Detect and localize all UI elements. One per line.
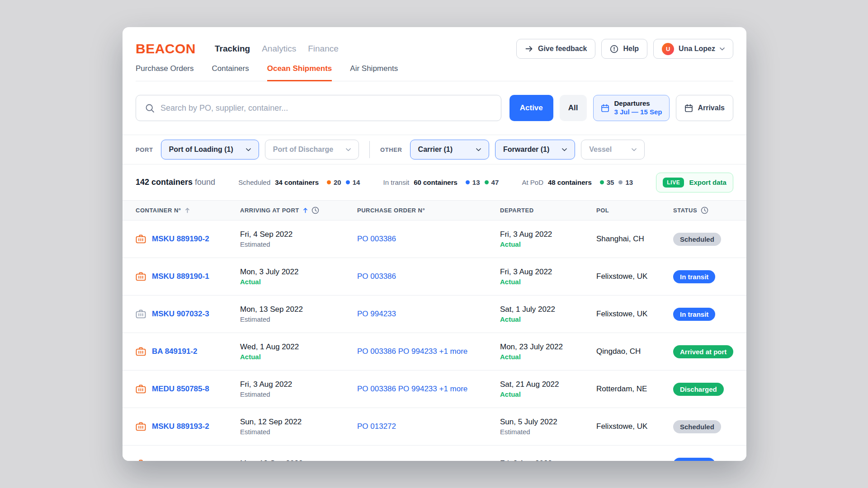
container-link[interactable]: MSKU 889150-2 xyxy=(152,460,209,461)
departed-cell: Sat, 21 Aug 2022 Actual xyxy=(500,380,596,398)
arrivals-button[interactable]: Arrivals xyxy=(676,95,733,121)
column-purchase-order[interactable]: PURCHASE ORDER N° xyxy=(357,207,500,214)
container-link[interactable]: MSKU 907032-3 xyxy=(152,310,209,319)
carrier-filter[interactable]: Carrier (1) xyxy=(410,140,489,160)
container-link[interactable]: MEDU 850785-8 xyxy=(152,385,209,394)
po-cell: PO 013272 xyxy=(357,422,500,431)
export-data-label: Export data xyxy=(689,178,726,186)
departed-date: Fri, 3 Aug 2022 xyxy=(500,459,596,461)
container-link[interactable]: MSKU 889193-2 xyxy=(152,422,209,431)
top-nav-analytics[interactable]: Analytics xyxy=(262,44,296,54)
table-row[interactable]: BA 849191-2 Wed, 1 Aug 2022 Actual PO 00… xyxy=(123,333,746,371)
port-of-loading-label: Port of Loading (1) xyxy=(169,145,233,154)
summary-bar: 142 containers found Scheduled 34 contai… xyxy=(123,164,746,201)
table-row[interactable]: MSKU 889150-2 Mon, 13 Sep 2022 PO 003386… xyxy=(123,446,746,461)
port-filters-label: PORT xyxy=(136,146,153,153)
departed-date: Mon, 23 July 2022 xyxy=(500,343,596,352)
filter-all-button[interactable]: All xyxy=(560,95,587,121)
forwarder-filter[interactable]: Forwarder (1) xyxy=(495,140,575,160)
help-icon xyxy=(610,45,618,53)
arriving-date: Wed, 1 Aug 2022 xyxy=(240,343,357,352)
po-link[interactable]: PO 003386 xyxy=(357,235,396,243)
container-link[interactable]: MSKU 889190-1 xyxy=(152,272,209,281)
table-row[interactable]: MSKU 889190-1 Mon, 3 July 2022 Actual PO… xyxy=(123,258,746,296)
table-row[interactable]: MSKU 889193-2 Sun, 12 Sep 2022 Estimated… xyxy=(123,408,746,446)
po-link[interactable]: PO 003386 PO 994233 +1 more xyxy=(357,385,467,393)
status-cell: In transit xyxy=(673,270,733,283)
stat-at-pod: At PoD 48 containers 35 13 xyxy=(522,178,633,186)
help-button[interactable]: Help xyxy=(601,39,647,59)
table-row[interactable]: MSKU 889190-2 Fri, 4 Sep 2022 Estimated … xyxy=(123,221,746,258)
column-status[interactable]: STATUS xyxy=(673,206,733,214)
chevron-down-icon xyxy=(562,148,567,151)
po-link[interactable]: PO 003386 xyxy=(357,272,396,281)
departed-date: Sat, 1 July 2022 xyxy=(500,305,596,314)
export-data-button[interactable]: LIVE Export data xyxy=(656,173,733,192)
arriving-cell: Sun, 12 Sep 2022 Estimated xyxy=(240,418,357,436)
tab-purchase-orders[interactable]: Purchase Orders xyxy=(136,64,194,81)
status-badge: In transit xyxy=(673,270,715,283)
tab-containers[interactable]: Containers xyxy=(212,64,249,81)
header: BEACON Tracking Analytics Finance Give f… xyxy=(123,27,746,81)
container-link[interactable]: BA 849191-2 xyxy=(152,347,198,356)
search-box xyxy=(136,95,501,121)
pol-cell: Felixstowe, UK xyxy=(596,422,673,431)
carrier-label: Carrier (1) xyxy=(418,145,453,154)
status-badge: Arrived at port xyxy=(673,345,733,358)
arrivals-label: Arrivals xyxy=(698,104,725,112)
departed-kind: Actual xyxy=(500,240,596,248)
po-cell: PO 003386 PO 994233 +1 more xyxy=(357,385,500,394)
po-link[interactable]: PO 003386 PO 994233 +1 more xyxy=(357,347,467,356)
status-badge: In transit xyxy=(673,308,715,321)
po-link[interactable]: PO 013272 xyxy=(357,422,396,431)
container-link[interactable]: MSKU 889190-2 xyxy=(152,235,209,244)
column-arriving-at-port[interactable]: ARRIVING AT PORT xyxy=(240,206,357,214)
container-icon xyxy=(136,310,146,319)
clock-icon xyxy=(701,206,708,214)
top-nav-finance[interactable]: Finance xyxy=(308,44,339,54)
table-row[interactable]: MSKU 907032-3 Mon, 13 Sep 2022 Estimated… xyxy=(123,296,746,333)
column-pol[interactable]: POL xyxy=(596,207,673,214)
departures-button[interactable]: Departures 3 Jul — 15 Sep xyxy=(593,95,670,121)
tab-air-shipments[interactable]: Air Shipments xyxy=(350,64,398,81)
arriving-date: Sun, 12 Sep 2022 xyxy=(240,418,357,427)
live-badge: LIVE xyxy=(663,178,684,188)
table-row[interactable]: MEDU 850785-8 Fri, 3 Aug 2022 Estimated … xyxy=(123,371,746,408)
arriving-cell: Fri, 3 Aug 2022 Estimated xyxy=(240,380,357,398)
tab-ocean-shipments[interactable]: Ocean Shipments xyxy=(267,64,332,81)
port-of-loading-filter[interactable]: Port of Loading (1) xyxy=(161,140,259,160)
user-menu-button[interactable]: U Una Lopez xyxy=(653,39,733,59)
arriving-date: Mon, 13 Sep 2022 xyxy=(240,305,357,314)
user-name: Una Lopez xyxy=(679,45,715,53)
po-link[interactable]: PO 994233 xyxy=(357,310,396,318)
arriving-date: Mon, 13 Sep 2022 xyxy=(240,459,357,461)
search-input[interactable] xyxy=(160,103,492,113)
chevron-down-icon xyxy=(476,148,481,151)
column-label: POL xyxy=(596,207,609,214)
departed-cell: Mon, 23 July 2022 Actual xyxy=(500,343,596,361)
container-icon xyxy=(136,422,146,431)
container-icon xyxy=(136,347,146,356)
top-nav-tracking[interactable]: Tracking xyxy=(215,44,250,54)
departed-date: Sat, 21 Aug 2022 xyxy=(500,380,596,389)
port-of-discharge-filter[interactable]: Port of Discharge xyxy=(265,140,359,160)
column-label: ARRIVING AT PORT xyxy=(240,207,299,214)
status-cell: Discharged xyxy=(673,383,733,396)
give-feedback-button[interactable]: Give feedback xyxy=(516,39,596,59)
top-nav: Tracking Analytics Finance xyxy=(215,44,339,54)
search-icon xyxy=(145,103,155,113)
po-link[interactable]: PO 003386 xyxy=(357,460,396,461)
status-cell: Scheduled xyxy=(673,420,733,433)
vessel-filter[interactable]: Vessel xyxy=(581,140,645,160)
status-dot xyxy=(618,180,623,184)
column-departed[interactable]: DEPARTED xyxy=(500,207,596,214)
calendar-icon xyxy=(684,104,693,113)
arriving-cell: Mon, 13 Sep 2022 Estimated xyxy=(240,305,357,323)
departed-date: Fri, 3 Aug 2022 xyxy=(500,230,596,239)
column-container-number[interactable]: CONTAINER N° xyxy=(136,207,240,214)
status-cell: Arrived at port xyxy=(673,345,733,358)
forwarder-label: Forwarder (1) xyxy=(503,145,549,154)
filter-active-button[interactable]: Active xyxy=(509,95,553,121)
departed-cell: Sat, 1 July 2022 Actual xyxy=(500,305,596,323)
dot-count: 13 xyxy=(472,178,480,186)
